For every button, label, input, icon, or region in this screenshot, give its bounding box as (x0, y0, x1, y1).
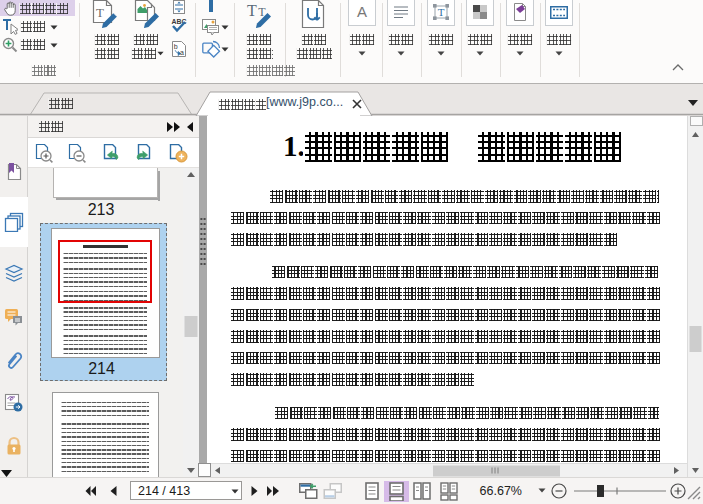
svg-text:T: T (96, 5, 104, 20)
svg-text:T: T (438, 6, 445, 18)
svg-text:T: T (247, 2, 257, 19)
svg-text:b: b (174, 43, 178, 50)
svg-text:a: a (180, 49, 184, 56)
